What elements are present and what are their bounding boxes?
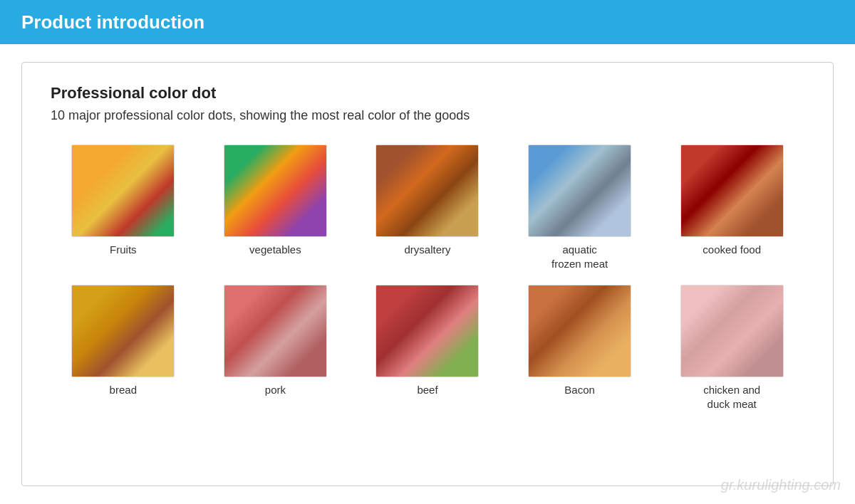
food-label-aquatic: aquaticfrozen meat xyxy=(551,243,608,271)
food-image-pork xyxy=(224,285,327,377)
food-item-fruits: Fruits xyxy=(51,145,196,271)
food-label-beef: beef xyxy=(417,383,437,397)
food-item-vegetables: vegetables xyxy=(203,145,348,271)
food-image-cooked-food xyxy=(680,145,784,237)
food-item-bread: bread xyxy=(51,285,196,411)
food-image-chicken xyxy=(680,285,784,377)
food-label-pork: pork xyxy=(265,383,286,397)
content-box: Professional color dot 10 major professi… xyxy=(21,62,834,486)
food-label-bacon: Bacon xyxy=(564,383,595,397)
food-image-bacon xyxy=(528,285,631,377)
section-title: Professional color dot xyxy=(51,84,804,103)
food-item-bacon: Bacon xyxy=(507,285,653,411)
food-item-cooked-food: cooked food xyxy=(659,145,804,271)
section-subtitle: 10 major professional color dots, showin… xyxy=(51,108,804,123)
food-image-fruits xyxy=(71,145,175,237)
food-image-beef xyxy=(375,285,479,377)
food-label-cooked-food: cooked food xyxy=(703,243,761,257)
food-item-pork: pork xyxy=(203,285,348,411)
food-label-chicken: chicken andduck meat xyxy=(703,383,760,411)
food-image-aquatic xyxy=(528,145,631,237)
food-item-aquatic: aquaticfrozen meat xyxy=(507,145,653,271)
food-image-vegetables xyxy=(224,145,327,237)
food-image-bread xyxy=(71,285,175,377)
food-label-fruits: Fruits xyxy=(110,243,137,257)
food-item-chicken: chicken andduck meat xyxy=(659,285,804,411)
food-label-vegetables: vegetables xyxy=(249,243,301,257)
main-content: Professional color dot 10 major professi… xyxy=(0,44,855,504)
food-item-beef: beef xyxy=(355,285,500,411)
food-label-drysaltery: drysaltery xyxy=(404,243,450,257)
page-header: Product introduction xyxy=(0,0,855,44)
food-item-drysaltery: drysaltery xyxy=(355,145,500,271)
page-title: Product introduction xyxy=(21,11,204,33)
food-grid: Fruitsvegetablesdrysalteryaquaticfrozen … xyxy=(51,145,804,411)
food-label-bread: bread xyxy=(110,383,137,397)
food-image-drysaltery xyxy=(375,145,479,237)
